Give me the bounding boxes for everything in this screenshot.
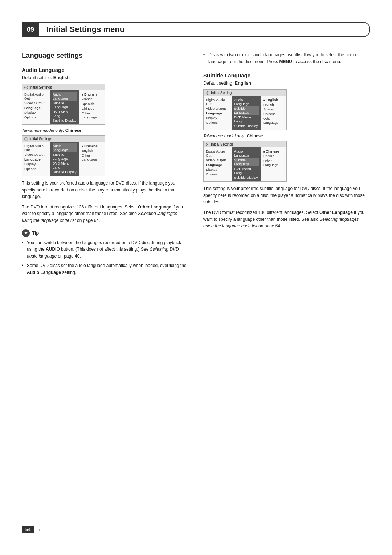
menu-mid-item-selected: Audio Language bbox=[53, 92, 77, 101]
menu-far-item: Spanish bbox=[263, 107, 284, 112]
tip-item-1: You can switch between the languages rec… bbox=[22, 239, 189, 260]
disc-icon-2 bbox=[24, 137, 28, 141]
menu-far-item: Chinese bbox=[263, 112, 284, 116]
subtitle-menu-content-1: Digital Audio Out Video Output Language … bbox=[204, 96, 286, 130]
disc-icon-1 bbox=[24, 86, 28, 89]
menu-mid-item: Subtitle Display bbox=[234, 123, 259, 128]
chapter-title: Initial Settings menu bbox=[39, 22, 370, 37]
taiwanese-note-audio-1: Taiwanese model only: Chinese bbox=[22, 128, 189, 133]
subtitle-menu-content-2: Digital Audio Out Video Output Language … bbox=[204, 147, 286, 181]
subtitle-language-title: Subtitle Language bbox=[203, 72, 370, 78]
subtitle-body-1: This setting is your preferred subtitle … bbox=[203, 185, 370, 206]
menu-left-item: Display bbox=[24, 110, 48, 115]
menu-mid-item-selected: Audio Language bbox=[53, 143, 77, 152]
footer-lang: En bbox=[36, 527, 41, 532]
subtitle-language-default: Default setting: English bbox=[203, 81, 370, 86]
menu-far-item: English bbox=[82, 148, 103, 153]
menu-far-item: English bbox=[263, 154, 284, 158]
audio-menu-chinese: Initial Settings Digital Audio Out Video… bbox=[22, 135, 105, 176]
menu-far-item: Other Language bbox=[263, 116, 284, 125]
subtitle-menu-right-2: Audio Language Subtitle Language DVD Men… bbox=[232, 147, 286, 181]
left-column: Language settings Audio Language Default… bbox=[22, 52, 189, 281]
subtitle-menu-header-1: Initial Settings bbox=[204, 90, 286, 96]
menu-mid-item-selected: Subtitle Language bbox=[234, 158, 259, 166]
menu-mid-1: Audio Language Subtitle Language DVD Men… bbox=[50, 90, 79, 124]
subtitle-menu-far-2: Chinese English Other Language bbox=[261, 147, 286, 181]
menu-left-1: Digital Audio Out Video Output Language … bbox=[22, 90, 50, 124]
menu-mid-item: Subtitle Display bbox=[53, 170, 77, 174]
menu-far-item-selected: Chinese bbox=[263, 149, 284, 154]
tip-title: ✦ Tip bbox=[22, 229, 189, 237]
menu-far-item: French bbox=[263, 102, 284, 107]
page-number: 54 bbox=[22, 526, 34, 533]
menu-left-item: Video Output bbox=[206, 106, 229, 111]
menu-far-1: English French Spanish Chinese Other Lan… bbox=[79, 90, 105, 124]
menu-far-item: French bbox=[82, 97, 103, 101]
menu-mid-item: DVD Menu Lang. bbox=[53, 109, 77, 118]
menu-mid-item: Audio Language bbox=[234, 149, 259, 158]
subtitle-menu-label-1: Initial Settings bbox=[211, 91, 233, 95]
disc-icon-3 bbox=[206, 91, 209, 95]
menu-far-item: Other Language bbox=[82, 111, 103, 119]
menu-far-item: Other Language bbox=[82, 153, 103, 162]
subtitle-menu-far-1: English French Spanish Chinese Other Lan… bbox=[261, 96, 286, 130]
menu-mid-item: Subtitle Display bbox=[234, 175, 259, 180]
menu-left-item: Display bbox=[206, 167, 229, 172]
menu-header-1: Initial Settings bbox=[22, 84, 105, 90]
menu-left-item: Digital Audio Out bbox=[206, 97, 229, 106]
menu-left-item: Options bbox=[24, 166, 48, 171]
audio-language-default: Default setting: English bbox=[22, 75, 189, 80]
menu-left-item: Display bbox=[24, 162, 48, 166]
audio-body-2: The DVD format recognizes 136 different … bbox=[22, 204, 189, 224]
menu-left-item: Video Output bbox=[206, 158, 229, 162]
menu-left-item-selected: Language bbox=[206, 162, 229, 167]
menu-far-2: Chinese English Other Language bbox=[79, 142, 105, 176]
taiwanese-note-subtitle-1: Taiwanese model only: Chinese bbox=[203, 134, 370, 138]
menu-left-item: Digital Audio Out bbox=[24, 143, 48, 152]
section-title: Language settings bbox=[22, 52, 189, 60]
menu-header-label-1: Initial Settings bbox=[29, 85, 52, 89]
menu-left-item: Options bbox=[206, 120, 229, 125]
menu-mid-item: Subtitle Display bbox=[53, 118, 77, 123]
menu-left-item: Digital Audio Out bbox=[24, 92, 48, 101]
menu-right-outer-2: Audio Language Subtitle Language DVD Men… bbox=[50, 142, 105, 176]
menu-left-item-selected: Language bbox=[206, 111, 229, 116]
subtitle-menu-chinese: Initial Settings Digital Audio Out Video… bbox=[203, 141, 287, 182]
menu-header-2: Initial Settings bbox=[22, 136, 105, 142]
menu-left-item-selected: Language bbox=[24, 105, 48, 110]
page-footer: 54 En bbox=[22, 526, 41, 533]
subtitle-body-2: The DVD format recognizes 136 different … bbox=[203, 209, 370, 230]
menu-left-item: Video Output bbox=[24, 101, 48, 105]
tip-box: ✦ Tip You can switch between the languag… bbox=[22, 229, 189, 276]
menu-left-item: Display bbox=[206, 116, 229, 120]
menu-right-outer-1: Audio Language Subtitle Language DVD Men… bbox=[50, 90, 105, 124]
tip-icon: ✦ bbox=[22, 229, 30, 237]
subtitle-menu-mid-2: Audio Language Subtitle Language DVD Men… bbox=[232, 147, 261, 181]
subtitle-menu-mid-1: Audio Language Subtitle Language DVD Men… bbox=[232, 96, 261, 130]
audio-menu-english: Initial Settings Digital Audio Out Video… bbox=[22, 84, 105, 125]
menu-mid-item: Subtitle Language bbox=[53, 101, 77, 109]
menu-far-item: Chinese bbox=[82, 106, 103, 111]
right-intro-bullet: • Discs with two or more audio languages… bbox=[203, 52, 370, 65]
menu-mid-item: DVD Menu Lang. bbox=[234, 115, 259, 123]
page-header: 09 Initial Settings menu bbox=[22, 22, 370, 37]
subtitle-menu-english: Initial Settings Digital Audio Out Video… bbox=[203, 89, 287, 130]
subtitle-menu-left-2: Digital Audio Out Video Output Language … bbox=[204, 147, 232, 181]
menu-far-item: Spanish bbox=[82, 101, 103, 106]
main-content: Language settings Audio Language Default… bbox=[22, 52, 370, 281]
menu-header-label-2: Initial Settings bbox=[29, 137, 52, 141]
audio-body-1: This setting is your preferred audio lan… bbox=[22, 180, 189, 200]
subtitle-menu-label-2: Initial Settings bbox=[211, 142, 233, 146]
menu-mid-item: Audio Language bbox=[234, 97, 259, 106]
menu-far-item-selected: Chinese bbox=[82, 143, 103, 148]
subtitle-menu-header-2: Initial Settings bbox=[204, 141, 286, 147]
tip-list: You can switch between the languages rec… bbox=[22, 239, 189, 276]
menu-left-item-selected: Language bbox=[24, 157, 48, 162]
menu-far-item-selected: English bbox=[82, 92, 103, 97]
menu-left-item: Options bbox=[206, 172, 229, 177]
menu-left-item: Options bbox=[24, 115, 48, 119]
right-column: • Discs with two or more audio languages… bbox=[203, 52, 370, 281]
tip-item-2: Some DVD discs set the audio language au… bbox=[22, 262, 189, 276]
menu-mid-2: Audio Language Subtitle Language DVD Men… bbox=[50, 142, 79, 176]
menu-left-item: Digital Audio Out bbox=[206, 149, 229, 158]
